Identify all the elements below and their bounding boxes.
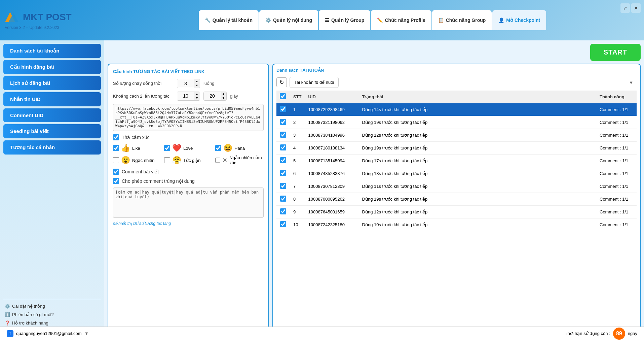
emotion-haha-checkbox[interactable] bbox=[215, 145, 221, 151]
sidebar-footer-ho-tro[interactable]: ❓ Hỗ trợ khách hàng bbox=[3, 319, 101, 327]
help-icon: ❓ bbox=[5, 320, 10, 326]
sidebar-footer-ho-tro-label: Hỗ trợ khách hàng bbox=[12, 320, 48, 326]
refresh-button[interactable]: ↻ bbox=[276, 77, 287, 87]
khoang-cach-to-up[interactable]: ▲ bbox=[221, 92, 226, 96]
table-row: 5 100087135145094 Dừng 17s trước khi tươ… bbox=[276, 155, 637, 167]
row-checkbox[interactable] bbox=[280, 132, 286, 138]
so-luong-spinner[interactable]: ▲ ▼ bbox=[177, 79, 200, 88]
cho-phep-comment-checkbox[interactable] bbox=[113, 178, 119, 184]
khoang-cach-from-spinner[interactable]: ▲ ▼ bbox=[177, 92, 200, 101]
khoang-cach-from-up[interactable]: ▲ bbox=[194, 92, 200, 96]
tab-mo-checkpoint[interactable]: 👤 Mở Checkpoint bbox=[492, 10, 546, 30]
sidebar-btn-lich-su-dang-bai[interactable]: Lịch sử đăng bài bbox=[3, 76, 101, 90]
row-checkbox-cell bbox=[276, 116, 290, 129]
tab-icon-3: ✏️ bbox=[377, 18, 383, 23]
tab-label-0: Quản lý tài khoản bbox=[213, 18, 253, 23]
so-luong-down[interactable]: ▼ bbox=[194, 83, 200, 88]
row-uid: 100087321198062 bbox=[305, 116, 359, 129]
so-luong-unit: luồng bbox=[203, 81, 215, 86]
emotion-ngac-nhien-checkbox[interactable] bbox=[113, 157, 119, 163]
sidebar-btn-cau-hinh-dang-bai[interactable]: Cấu hình đăng bài bbox=[3, 60, 101, 74]
row-thanh-cong: Comment : 1/1 bbox=[596, 180, 637, 193]
row-checkbox[interactable] bbox=[280, 119, 286, 125]
sidebar-btn-comment-uid[interactable]: Comment UID bbox=[3, 108, 101, 122]
comment-textarea[interactable]: {cảm ơn ad|hay quá|tuyệt|hay quá ad|tu v… bbox=[113, 188, 264, 218]
love-emoji: ❤️ bbox=[172, 144, 181, 152]
nav-tabs: 🔧 Quản lý tài khoản ⚙️ Quản lý nội dung … bbox=[104, 10, 641, 30]
row-checkbox[interactable] bbox=[280, 106, 286, 112]
sidebar-btn-nhan-tin-uid[interactable]: Nhắn tin UID bbox=[3, 92, 101, 106]
col-checkbox bbox=[276, 91, 290, 103]
tha-cam-xuc-checkbox[interactable] bbox=[113, 134, 119, 140]
like-emoji: 👍 bbox=[121, 144, 130, 152]
email-dropdown-icon: ▼ bbox=[84, 331, 89, 336]
sidebar-btn-seeding-bai-viet[interactable]: Seeding bài viết bbox=[3, 124, 101, 138]
khoang-cach-to-input[interactable] bbox=[204, 92, 221, 100]
so-luong-row: Số lượng chạy đồng thời ▲ ▼ luồng bbox=[113, 79, 264, 88]
tab-chuc-nang-profile[interactable]: ✏️ Chức năng Profile bbox=[371, 10, 431, 30]
row-checkbox[interactable] bbox=[280, 170, 286, 176]
so-luong-up[interactable]: ▲ bbox=[194, 79, 200, 83]
tuc-gian-label: Tức giận bbox=[183, 158, 200, 163]
emotion-love-checkbox[interactable] bbox=[164, 145, 170, 151]
row-thanh-cong: Comment : 1/1 bbox=[596, 155, 637, 167]
row-checkbox[interactable] bbox=[280, 208, 286, 214]
sidebar-btn-tuong-tac-ca-nhan[interactable]: Tương tác cá nhân bbox=[3, 140, 101, 155]
trial-label: Thời hạn sử dụng còn : bbox=[565, 331, 610, 336]
url-textarea[interactable]: https://www.facebook.com/toolsmktonline/… bbox=[113, 104, 264, 131]
sidebar-footer-phien-ban[interactable]: ℹ️ Phiên bản có gì mới? bbox=[3, 310, 101, 319]
tab-icon-4: 📋 bbox=[438, 18, 444, 23]
select-all-checkbox[interactable] bbox=[280, 93, 286, 99]
days-badge: 89 bbox=[613, 328, 625, 340]
table-header-row: STT UID Trạng thái Thành công bbox=[276, 91, 637, 103]
row-uid: 100087242325180 bbox=[305, 218, 359, 231]
start-button[interactable]: START bbox=[590, 44, 641, 61]
khoang-cach-to-down[interactable]: ▼ bbox=[221, 96, 226, 100]
row-checkbox[interactable] bbox=[280, 157, 286, 163]
row-thanh-cong: Comment : 1/1 bbox=[596, 116, 637, 129]
so-luong-spinner-btns: ▲ ▼ bbox=[194, 79, 200, 88]
chevron-down-icon: ▼ bbox=[629, 80, 633, 85]
col-thanh-cong: Thành công bbox=[596, 91, 637, 103]
row-thanh-cong: Comment : 1/1 bbox=[596, 218, 637, 231]
tab-quan-ly-tai-khoan[interactable]: 🔧 Quản lý tài khoản bbox=[199, 10, 259, 30]
facebook-icon: f bbox=[7, 330, 13, 337]
comment-bai-viet-checkbox[interactable] bbox=[113, 169, 119, 175]
maximize-button[interactable]: ⤢ bbox=[620, 3, 630, 13]
sidebar-footer-phien-ban-label: Phiên bản có gì mới? bbox=[12, 312, 54, 317]
emotion-love: ❤️ Love bbox=[164, 144, 213, 152]
khoang-cach-from-down[interactable]: ▼ bbox=[194, 96, 200, 100]
row-checkbox-cell bbox=[276, 167, 290, 180]
love-label: Love bbox=[183, 146, 193, 151]
like-label: Like bbox=[132, 146, 140, 151]
close-button[interactable]: ✕ bbox=[631, 3, 641, 13]
account-tbody: 1 100087292898469 Dừng 14s trước khi tươ… bbox=[276, 103, 637, 231]
emotion-tuc-gian-checkbox[interactable] bbox=[164, 157, 170, 163]
khoang-cach-from-input[interactable] bbox=[177, 92, 194, 100]
tab-chuc-nang-group[interactable]: 📋 Chức năng Group bbox=[432, 10, 492, 30]
row-uid: 100087645031659 bbox=[305, 206, 359, 218]
sidebar-footer-cai-dat[interactable]: ⚙️ Cài đặt hệ thống bbox=[3, 302, 101, 310]
row-uid: 100087180138134 bbox=[305, 142, 359, 155]
tab-quan-ly-noi-dung[interactable]: ⚙️ Quản lý nội dung bbox=[259, 10, 318, 30]
row-checkbox[interactable] bbox=[280, 196, 286, 202]
emotion-ngau-nhien-checkbox[interactable] bbox=[215, 157, 220, 163]
days-number: 89 bbox=[616, 331, 622, 337]
tab-quan-ly-group[interactable]: ☰ Quản lý Group bbox=[319, 10, 370, 30]
emotion-like-checkbox[interactable] bbox=[113, 145, 119, 151]
row-checkbox[interactable] bbox=[280, 144, 286, 150]
row-checkbox-cell bbox=[276, 206, 290, 218]
khoang-cach-to-btns: ▲ ▼ bbox=[221, 92, 226, 101]
gear-icon: ⚙️ bbox=[5, 304, 10, 309]
row-checkbox[interactable] bbox=[280, 221, 286, 227]
khoang-cach-to-spinner[interactable]: ▲ ▼ bbox=[203, 92, 227, 101]
row-stt: 8 bbox=[290, 193, 305, 206]
account-select[interactable]: Tài khoản fb để nuôi bbox=[290, 77, 339, 88]
so-luong-input[interactable] bbox=[177, 79, 194, 88]
tab-label-4: Chức năng Group bbox=[446, 18, 486, 23]
row-thanh-cong: Comment : 1/1 bbox=[596, 167, 637, 180]
table-row: 3 100087384104996 Dừng 12s trước khi tươ… bbox=[276, 129, 637, 142]
khoang-cach-row: Khoảng cách 2 lần tương tác ▲ ▼ ▲ ▼ bbox=[113, 92, 264, 101]
sidebar-btn-danh-sach-tai-khoan[interactable]: Danh sách tài khoản bbox=[3, 44, 101, 58]
row-checkbox[interactable] bbox=[280, 183, 286, 189]
